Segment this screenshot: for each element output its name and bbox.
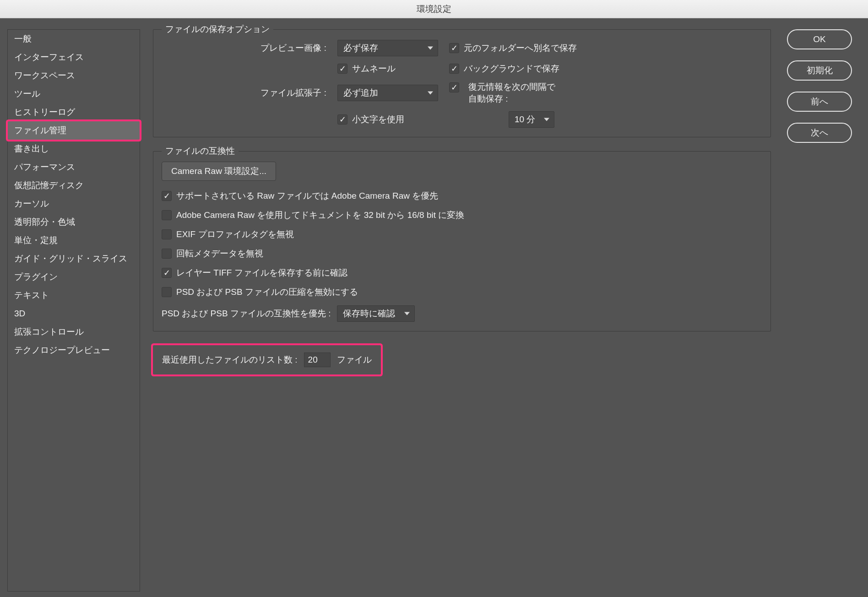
file-extension-value: 必ず追加 bbox=[343, 87, 378, 99]
sidebar-item-file-handling[interactable]: ファイル管理 bbox=[8, 121, 140, 140]
thumbnail-label: サムネール bbox=[352, 63, 396, 75]
window-title: 環境設定 bbox=[417, 3, 451, 15]
reset-button[interactable]: 初期化 bbox=[787, 60, 852, 81]
recent-files-label: 最近使用したファイルのリスト数 : bbox=[162, 354, 298, 366]
ask-tiff-checkbox[interactable] bbox=[162, 268, 172, 278]
sidebar-item-performance[interactable]: パフォーマンス bbox=[8, 158, 140, 176]
sidebar-item-enhanced-controls[interactable]: 拡張コントロール bbox=[8, 323, 140, 341]
thumbnail-checkbox[interactable] bbox=[337, 64, 347, 74]
file-extension-label: ファイル拡張子 : bbox=[162, 87, 326, 99]
autosave-interval-select[interactable]: 10 分 bbox=[509, 111, 554, 128]
sidebar-item-tools[interactable]: ツール bbox=[8, 85, 140, 103]
lowercase-checkbox[interactable] bbox=[337, 114, 347, 125]
sidebar-item-workspace[interactable]: ワークスペース bbox=[8, 66, 140, 85]
disable-psd-compression-checkbox[interactable] bbox=[162, 287, 172, 297]
autosave-label: 復元情報を次の間隔で 自動保存 : bbox=[468, 81, 555, 105]
dialog-action-buttons: OK 初期化 前へ 次へ bbox=[780, 26, 859, 588]
chevron-down-icon bbox=[544, 118, 549, 121]
camera-raw-preferences-button[interactable]: Camera Raw 環境設定... bbox=[162, 162, 276, 181]
group-title-compat: ファイルの互換性 bbox=[162, 145, 239, 157]
prefer-acr-checkbox[interactable] bbox=[162, 191, 172, 201]
prefer-acr-label: サポートされている Raw ファイルでは Adobe Camera Raw を優… bbox=[176, 190, 438, 202]
ignore-rotation-checkbox[interactable] bbox=[162, 249, 172, 259]
window-body: 一般 インターフェイス ワークスペース ツール ヒストリーログ ファイル管理 書… bbox=[0, 18, 868, 597]
disable-psd-compression-label: PSD および PSB ファイルの圧縮を無効にする bbox=[176, 286, 358, 298]
sidebar-item-type[interactable]: テキスト bbox=[8, 286, 140, 304]
next-button[interactable]: 次へ bbox=[787, 123, 852, 143]
ask-tiff-label: レイヤー TIFF ファイルを保存する前に確認 bbox=[176, 267, 347, 279]
sidebar-item-history-log[interactable]: ヒストリーログ bbox=[8, 103, 140, 121]
preferences-main: ファイルの保存オプション プレビュー画像 : 必ず保存 元のフォルダーへ別名で保… bbox=[144, 26, 780, 588]
background-save-checkbox[interactable] bbox=[449, 64, 459, 74]
psd-compat-select[interactable]: 保存時に確認 bbox=[337, 305, 415, 322]
psd-compat-label: PSD および PSB ファイルの互換性を優先 : bbox=[162, 308, 331, 320]
chevron-down-icon bbox=[404, 312, 410, 315]
ignore-exif-checkbox[interactable] bbox=[162, 229, 172, 239]
chevron-down-icon bbox=[428, 47, 433, 50]
file-extension-select[interactable]: 必ず追加 bbox=[337, 85, 438, 101]
ignore-rotation-label: 回転メタデータを無視 bbox=[176, 248, 263, 260]
recent-files-box: 最近使用したファイルのリスト数 : ファイル bbox=[153, 345, 381, 374]
sidebar-item-plugins[interactable]: プラグイン bbox=[8, 268, 140, 286]
sidebar-item-tech-previews[interactable]: テクノロジープレビュー bbox=[8, 341, 140, 359]
preview-image-select[interactable]: 必ず保存 bbox=[337, 40, 438, 56]
sidebar-item-transparency-gamut[interactable]: 透明部分・色域 bbox=[8, 213, 140, 231]
sidebar-item-cursors[interactable]: カーソル bbox=[8, 195, 140, 213]
psd-compat-value: 保存時に確認 bbox=[343, 308, 395, 320]
group-file-save-options: ファイルの保存オプション プレビュー画像 : 必ず保存 元のフォルダーへ別名で保… bbox=[153, 29, 771, 137]
sidebar-item-general[interactable]: 一般 bbox=[8, 30, 140, 48]
chevron-down-icon bbox=[428, 92, 433, 95]
ok-button[interactable]: OK bbox=[787, 29, 852, 49]
autosave-interval-value: 10 分 bbox=[515, 114, 535, 125]
lowercase-label: 小文字を使用 bbox=[352, 114, 404, 125]
group-file-compatibility: ファイルの互換性 Camera Raw 環境設定... サポートされている Ra… bbox=[153, 151, 771, 331]
sidebar-item-units-rulers[interactable]: 単位・定規 bbox=[8, 231, 140, 250]
prev-button[interactable]: 前へ bbox=[787, 92, 852, 112]
window-titlebar: 環境設定 bbox=[0, 0, 868, 18]
sidebar-item-interface[interactable]: インターフェイス bbox=[8, 48, 140, 66]
sidebar-item-export[interactable]: 書き出し bbox=[8, 140, 140, 158]
preferences-sidebar: 一般 インターフェイス ワークスペース ツール ヒストリーログ ファイル管理 書… bbox=[7, 29, 140, 592]
recent-files-unit: ファイル bbox=[337, 354, 372, 366]
save-as-alias-label: 元のフォルダーへ別名で保存 bbox=[464, 42, 577, 54]
background-save-label: バックグラウンドで保存 bbox=[464, 63, 559, 75]
acr-32bit-label: Adobe Camera Raw を使用してドキュメントを 32 bit から … bbox=[176, 209, 464, 221]
save-as-alias-checkbox[interactable] bbox=[449, 43, 459, 53]
preview-image-value: 必ず保存 bbox=[343, 42, 378, 54]
group-title-save-options: ファイルの保存オプション bbox=[162, 23, 273, 35]
preview-image-label: プレビュー画像 : bbox=[162, 42, 326, 54]
ignore-exif-label: EXIF プロファイルタグを無視 bbox=[176, 228, 294, 240]
sidebar-item-scratch-disks[interactable]: 仮想記憶ディスク bbox=[8, 176, 140, 195]
acr-32bit-checkbox[interactable] bbox=[162, 210, 172, 220]
sidebar-item-guides-grid-slices[interactable]: ガイド・グリッド・スライス bbox=[8, 250, 140, 268]
autosave-checkbox[interactable] bbox=[449, 82, 459, 92]
sidebar-item-3d[interactable]: 3D bbox=[8, 304, 140, 323]
recent-files-input[interactable] bbox=[304, 353, 331, 367]
